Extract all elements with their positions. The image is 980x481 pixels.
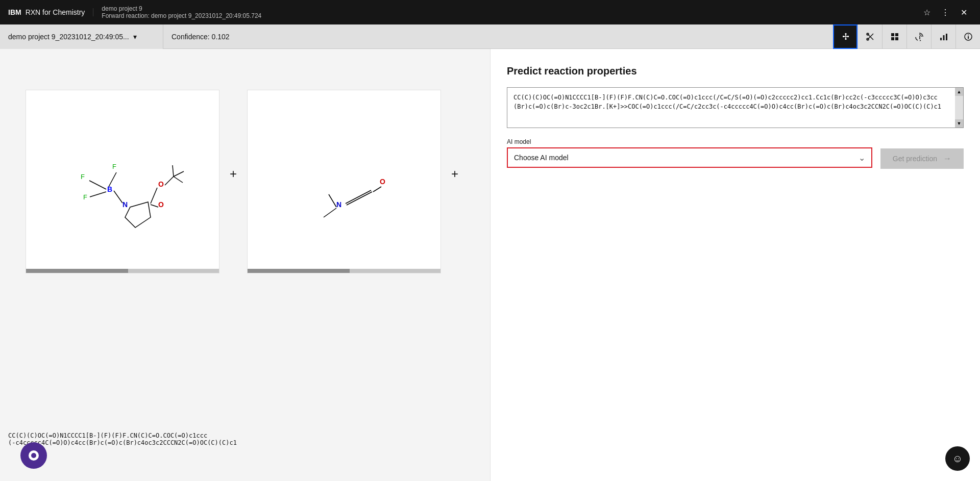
svg-rect-12 [895, 37, 898, 40]
svg-point-18 [968, 34, 969, 35]
plus-sign-2: + [441, 167, 469, 181]
molecule-box-2: N O [247, 90, 441, 273]
svg-text:F: F [81, 173, 85, 181]
svg-line-27 [114, 191, 122, 203]
smiles-text-line2: (-c4ccccc4C(=O)O)c4cc(Br)c(=O)c(Br)c4oc3… [8, 439, 257, 446]
svg-text:F: F [83, 193, 87, 201]
overflow-icon: ⋮ [941, 8, 949, 17]
ai-model-placeholder: Choose AI model [514, 154, 859, 162]
record-dot [31, 453, 36, 458]
svg-rect-0 [843, 36, 844, 37]
svg-line-31 [151, 205, 158, 207]
chart-button[interactable] [931, 24, 955, 49]
molecule-scrollbar-2[interactable] [248, 269, 441, 273]
svg-line-35 [173, 165, 174, 176]
chevron-down-icon: ⌄ [859, 153, 865, 163]
rxn-label: RXN for Chemistry [26, 8, 85, 16]
scissors-icon [865, 32, 875, 42]
smiles-scrollbar-vertical[interactable]: ▲ ▼ [955, 88, 963, 128]
ai-model-select[interactable]: Choose AI model ⌄ [507, 147, 872, 168]
svg-rect-13 [940, 38, 942, 40]
svg-line-40 [346, 190, 371, 204]
project-dropdown-label: demo project 9_20231012_20:49:05... [8, 33, 129, 41]
edit-button[interactable] [857, 24, 882, 49]
svg-line-36 [174, 176, 183, 183]
svg-text:F: F [112, 163, 116, 170]
smiles-text-line1: CC(C)(C)OC(=O)N1CCCC1[B-](F)(F)F.CN(C)C=… [8, 432, 257, 439]
project-title: Forward reaction: demo project 9_2023101… [102, 12, 919, 19]
svg-line-32 [151, 188, 157, 204]
svg-line-42 [324, 208, 336, 217]
arrow-right-icon: → [943, 154, 951, 163]
plus-sign-1: + [219, 167, 247, 181]
svg-line-39 [347, 192, 372, 205]
svg-rect-10 [895, 33, 898, 36]
topbar: IBM RXN for Chemistry demo project 9 For… [0, 0, 980, 24]
fingerprint-button[interactable] [906, 24, 931, 49]
molecule-structure-1: B F F F N O O [41, 105, 204, 258]
ibm-label: IBM [8, 8, 21, 16]
scroll-down-button[interactable]: ▼ [955, 119, 963, 128]
svg-text:N: N [336, 200, 341, 209]
brand: IBM RXN for Chemistry [8, 8, 93, 16]
grid-view-button[interactable] [882, 24, 906, 49]
svg-rect-1 [847, 36, 849, 37]
svg-line-25 [109, 172, 116, 187]
get-prediction-label: Get prediction [893, 155, 937, 163]
close-icon: ✕ [961, 8, 967, 17]
ai-model-group: AI model Choose AI model ⌄ [507, 138, 872, 168]
svg-rect-9 [891, 33, 894, 36]
overflow-menu-button[interactable]: ⋮ [937, 4, 953, 20]
svg-line-33 [165, 176, 174, 185]
subheader: demo project 9_20231012_20:49:05... ▾ Co… [0, 24, 980, 49]
svg-rect-15 [946, 34, 947, 40]
svg-text:B: B [107, 185, 112, 193]
reactants-area: B F F F N O O [26, 90, 469, 273]
smile-icon: ☺ [952, 453, 963, 465]
svg-text:O: O [158, 180, 164, 188]
info-button[interactable] [955, 24, 980, 49]
project-dropdown[interactable]: demo project 9_20231012_20:49:05... ▾ [0, 24, 163, 49]
record-inner [29, 450, 39, 461]
project-name: demo project 9 [102, 5, 919, 12]
record-button[interactable] [20, 442, 47, 469]
view-toolbar [833, 24, 980, 49]
main-content: B F F F N O O [0, 49, 980, 481]
svg-rect-17 [968, 36, 969, 39]
molecule-structure-2: N O [262, 105, 426, 258]
help-button[interactable]: ☺ [945, 446, 970, 471]
smiles-input-text: CC(C)(C)OC(=O)N1CCCC1[B-](F)(F)F.CN(C)C=… [507, 88, 963, 116]
ai-model-label: AI model [507, 138, 872, 145]
svg-rect-14 [943, 35, 944, 40]
close-button[interactable]: ✕ [955, 4, 972, 20]
scroll-track [955, 96, 963, 119]
svg-line-23 [89, 181, 106, 189]
get-prediction-button[interactable]: Get prediction → [880, 148, 964, 169]
panel-title: Predict reaction properties [507, 65, 964, 77]
molecule-scrollbar-1[interactable] [26, 269, 219, 273]
svg-line-34 [174, 171, 184, 176]
fingerprint-icon [914, 32, 924, 42]
svg-line-41 [373, 187, 381, 192]
project-info: demo project 9 Forward reaction: demo pr… [93, 5, 919, 19]
scroll-up-button[interactable]: ▲ [955, 88, 963, 96]
molecule-box-1: B F F F N O O [26, 90, 219, 273]
svg-text:O: O [380, 178, 385, 186]
svg-line-24 [90, 192, 106, 197]
info-icon [963, 32, 973, 42]
svg-rect-11 [891, 37, 894, 40]
predict-panel: Predict reaction properties CC(C)(C)OC(=… [490, 49, 980, 481]
star-icon: ☆ [923, 8, 930, 17]
svg-rect-2 [845, 33, 846, 35]
smiles-input-area[interactable]: CC(C)(C)OC(=O)N1CCCC1[B-](F)(F)F.CN(C)C=… [507, 87, 964, 128]
molecule-icon [841, 32, 851, 42]
chevron-down-icon: ▾ [133, 33, 137, 41]
ai-model-row: AI model Choose AI model ⌄ Get predictio… [507, 138, 964, 169]
favorite-button[interactable]: ☆ [919, 4, 935, 20]
molecule-view-button[interactable] [833, 24, 857, 49]
grid-icon [890, 32, 900, 42]
svg-text:N: N [122, 200, 128, 209]
svg-marker-28 [125, 202, 151, 227]
topbar-actions: ☆ ⋮ ✕ [919, 4, 972, 20]
svg-text:O: O [158, 200, 164, 209]
